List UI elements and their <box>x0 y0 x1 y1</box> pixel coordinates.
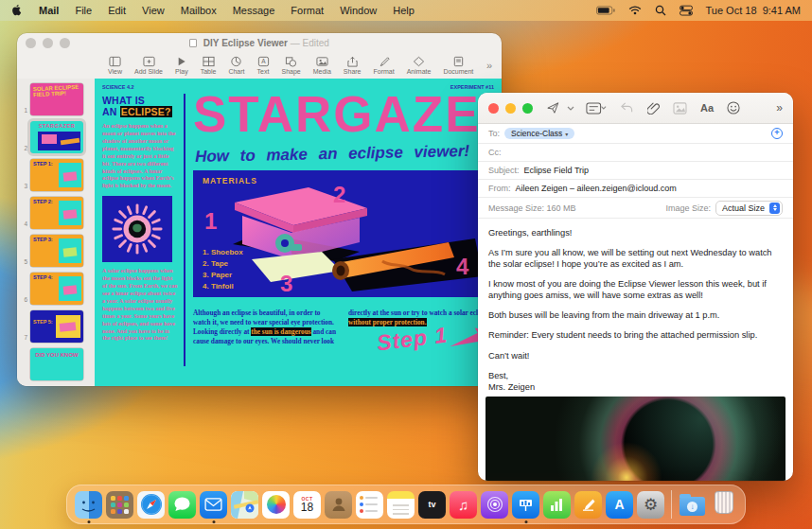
menu-clock[interactable]: Tue Oct 18 9:41 AM <box>706 5 802 16</box>
from-field[interactable]: From: Aileen Zeigen – aileen.zeigen@iclo… <box>478 180 793 198</box>
menu-item-view[interactable]: View <box>142 5 165 16</box>
dock-item-appstore[interactable]: A <box>606 491 633 519</box>
slide-divider <box>184 94 185 366</box>
dock-item-calendar[interactable]: OCT18 <box>293 491 321 519</box>
menu-item-mailbox[interactable]: Mailbox <box>181 5 217 16</box>
dock-item-notes[interactable] <box>387 491 415 519</box>
dock-item-keynote[interactable] <box>512 491 539 519</box>
dock: OCT18 tv ♫ A ⚙ ↓ <box>66 485 746 524</box>
slide-question-heading: WHAT IS AN ECLIPSE? <box>102 95 178 117</box>
keynote-titlebar: DIY Eclipse Viewer — Edited <box>17 33 502 53</box>
chart-button[interactable]: Chart <box>228 56 244 75</box>
mail-toolbar: Aa » <box>478 93 793 124</box>
view-button[interactable]: View <box>108 56 122 75</box>
emoji-button[interactable] <box>727 101 740 115</box>
dock-item-settings[interactable]: ⚙ <box>637 491 664 519</box>
dock-item-numbers[interactable] <box>543 491 571 519</box>
stepper-icon <box>769 203 780 214</box>
control-center-icon[interactable] <box>680 5 693 16</box>
dock-item-launchpad[interactable] <box>106 491 133 519</box>
running-indicator <box>212 520 215 523</box>
slide-thumbnail-4[interactable]: STEP 2: <box>30 197 83 229</box>
from-value: Aileen Zeigen – aileen.zeigen@icloud.com <box>516 184 677 193</box>
battery-icon[interactable] <box>596 6 615 15</box>
slide-canvas[interactable]: SCIENCE 4.2 EXPERIMENT #11 WHAT IS AN EC… <box>95 79 502 386</box>
table-button[interactable]: Table <box>201 56 217 75</box>
media-button[interactable]: Media <box>313 56 331 75</box>
close-button[interactable] <box>488 103 499 114</box>
minimize-button[interactable] <box>505 103 516 114</box>
reply-button[interactable] <box>620 102 634 114</box>
menu-item-file[interactable]: File <box>75 5 92 16</box>
materials-panel: MATERIALS <box>193 170 490 297</box>
add-slide-button[interactable]: Add Slide <box>134 56 163 75</box>
toolbar-overflow-button[interactable]: » <box>486 60 492 71</box>
cc-field[interactable]: Cc: <box>478 144 793 162</box>
body-paragraph: Both buses will be leaving from the main… <box>488 309 783 321</box>
format-button[interactable]: Format <box>374 56 395 75</box>
insert-photo-button[interactable] <box>673 102 687 115</box>
materials-list: 1. Shoebox 2. Tape 3. Paper 4. Tinfoil <box>203 247 243 292</box>
body-paragraph: As I’m sure you all know, we will be set… <box>488 247 783 270</box>
menu-item-help[interactable]: Help <box>393 5 415 16</box>
menu-item-window[interactable]: Window <box>340 5 377 16</box>
menu-item-message[interactable]: Message <box>233 5 275 16</box>
zoom-button[interactable] <box>522 103 533 114</box>
slide-thumbnail-2-selected[interactable]: STARGAZER <box>30 121 83 153</box>
slide-thumbnail-1[interactable]: SOLAR ECLIPSE FIELD TRIP! <box>30 83 83 115</box>
toolbar-overflow-button[interactable]: » <box>776 101 783 115</box>
dock-item-tv[interactable]: tv <box>418 491 446 519</box>
apple-menu-icon[interactable] <box>11 5 24 17</box>
attach-button[interactable] <box>647 101 660 115</box>
send-button[interactable] <box>546 101 560 115</box>
animate-button[interactable]: Animate <box>407 56 432 75</box>
message-body[interactable]: Greetings, earthlings! As I’m sure you a… <box>478 219 793 395</box>
subject-value: Eclipse Field Trip <box>524 166 590 175</box>
dock-item-music[interactable]: ♫ <box>450 491 477 519</box>
menu-item-mail[interactable]: Mail <box>39 5 59 16</box>
document-proxy-icon[interactable] <box>189 39 197 47</box>
slide-thumbnail-7[interactable]: STEP 5: <box>30 310 83 343</box>
menu-item-edit[interactable]: Edit <box>108 5 126 16</box>
eclipse-photo-attachment[interactable] <box>485 397 786 481</box>
format-text-button[interactable]: Aa <box>700 102 714 114</box>
keynote-toolbar: View Add Slide Play Table Chart AText Sh… <box>17 53 502 79</box>
menu-item-format[interactable]: Format <box>291 5 324 16</box>
recipient-token[interactable]: Science-Class▾ <box>504 128 574 139</box>
image-size-select[interactable]: Actual Size <box>715 201 783 216</box>
dock-item-reminders[interactable] <box>356 491 383 519</box>
dock-item-contacts[interactable] <box>325 491 352 519</box>
dock-separator <box>671 490 672 519</box>
slide-thumbnail-5[interactable]: STEP 3: <box>30 235 83 267</box>
spotlight-search-icon[interactable] <box>655 5 666 16</box>
signature-line: Mrs. Zeigen <box>488 381 783 393</box>
dock-item-photos[interactable] <box>262 491 290 519</box>
slide-thumbnail-8[interactable]: DID YOU KNOW <box>30 348 83 380</box>
signature-line: Best, <box>488 370 783 381</box>
dock-item-finder[interactable] <box>75 491 102 519</box>
text-button[interactable]: AText <box>257 56 270 75</box>
dock-item-trash[interactable] <box>710 491 737 519</box>
dock-item-safari[interactable] <box>137 491 165 519</box>
dock-item-maps[interactable] <box>231 491 258 519</box>
wifi-icon[interactable] <box>628 6 642 15</box>
slide-thumbnail-3[interactable]: STEP 1: <box>30 159 83 191</box>
to-field[interactable]: To: Science-Class▾ + <box>478 124 793 144</box>
slide-thumbnail-6[interactable]: STEP 4: <box>30 273 83 305</box>
document-button[interactable]: Document <box>443 56 473 75</box>
dock-item-mail[interactable] <box>200 491 227 519</box>
send-options-chevron-icon[interactable] <box>567 106 574 111</box>
running-indicator <box>87 520 90 523</box>
shape-button[interactable]: Shape <box>282 56 301 75</box>
header-fields-button[interactable] <box>586 102 607 115</box>
dock-item-podcasts[interactable] <box>481 491 508 519</box>
dock-item-downloads[interactable]: ↓ <box>679 491 706 519</box>
dock-item-pages[interactable] <box>574 491 602 519</box>
dock-item-messages[interactable] <box>168 491 196 519</box>
subject-field[interactable]: Subject: Eclipse Field Trip <box>478 162 793 180</box>
add-recipient-button[interactable]: + <box>771 128 783 139</box>
share-button[interactable]: Share <box>344 56 362 75</box>
body-paragraph: Can’t wait! <box>488 350 783 361</box>
play-button[interactable]: Play <box>175 56 188 75</box>
mail-compose-window: Aa » To: Science-Class▾ + Cc: Subject: E… <box>478 93 793 481</box>
